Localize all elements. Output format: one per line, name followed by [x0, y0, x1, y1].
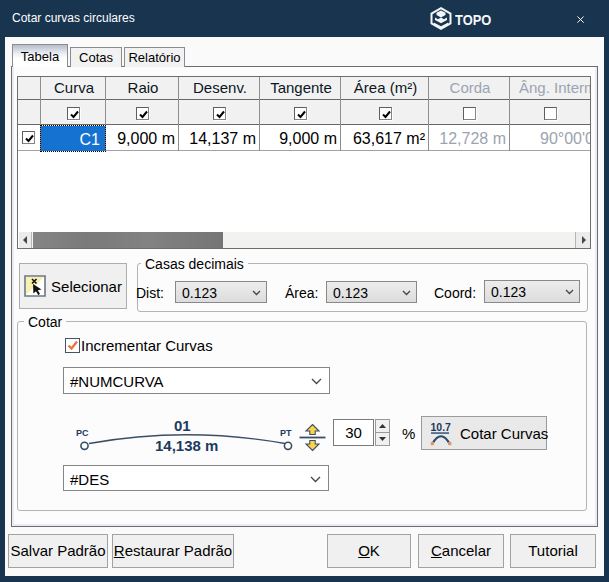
svg-text:10.7: 10.7	[431, 421, 452, 433]
